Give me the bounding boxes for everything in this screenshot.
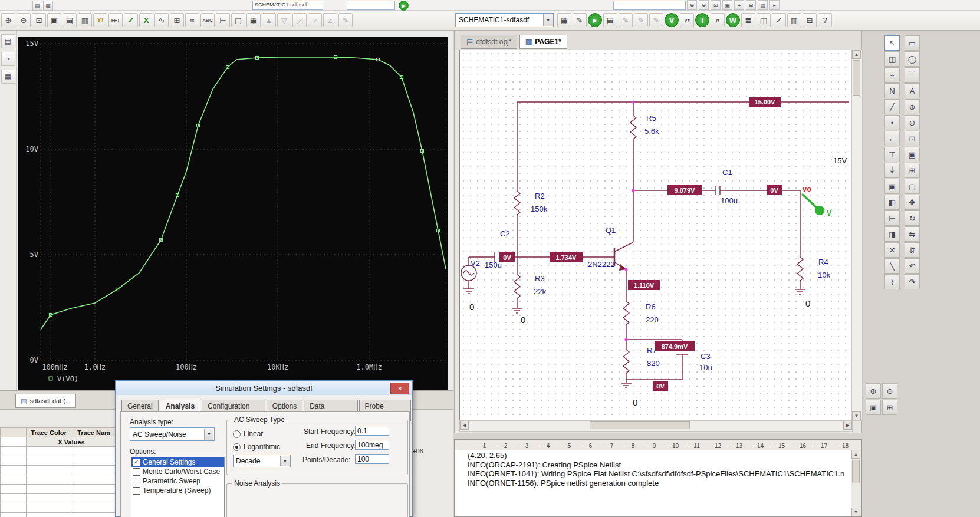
place-no-connect-icon[interactable]: ✕ [884,242,900,258]
zoom-combo-field[interactable] [613,1,686,10]
table-row[interactable] [1,447,117,456]
log-scroll-thumb[interactable] [852,460,860,483]
new-simulation-profile-icon[interactable]: ▦ [557,13,571,27]
log-scroll-down-icon[interactable]: ▼ [851,508,860,516]
scroll-left-icon[interactable]: ◀ [460,421,469,430]
schematic-zoom-in-icon[interactable]: ⊕ [866,383,881,399]
place-part-icon[interactable]: ◫ [884,51,900,67]
cursor-min-icon[interactable]: ▿ [308,13,322,27]
place-arc-icon[interactable]: ⌒ [905,67,920,83]
c2-value-label[interactable]: 150u [485,261,502,269]
c2-ref-label[interactable]: C2 [500,229,510,238]
ground-symbol-v2[interactable] [463,289,474,294]
tab-project[interactable]: ▤ dfdfsdf.opj* [461,35,517,49]
bias-label-base[interactable]: 1.734V [550,252,583,262]
place-ellipse-icon[interactable]: ◯ [905,51,920,67]
place-port-icon[interactable]: ◧ [884,195,900,210]
edit-simulation-settings-icon[interactable]: ✎ [573,13,587,27]
log-scroll-up-icon[interactable]: ▲ [851,450,860,459]
dialog-title-bar[interactable]: Simulation Settings - sdfasdf [116,381,412,395]
log-x-axis-icon[interactable]: ▤ [63,13,77,27]
scroll-up-icon[interactable]: ▲ [852,50,861,59]
cursor-slope-icon[interactable]: ◿ [292,13,307,27]
bias-power-toggle-icon[interactable]: W [726,13,740,27]
zoom-in-tool-icon[interactable]: ⊕ [905,99,920,114]
gnd-0-label-v2[interactable]: 0 [469,302,474,312]
q1-ref-label[interactable]: Q1 [606,226,616,235]
voltage-probe-marker[interactable]: V [802,194,831,218]
row0-dark-circle-icon[interactable]: ◕ [734,0,744,10]
linear-radio[interactable]: Linear [233,430,263,438]
analysis-option-item[interactable]: General Settings [131,457,224,467]
run-pspice-icon[interactable]: ▶ [588,13,602,27]
resistor-R4[interactable] [797,255,803,282]
supply-net-label[interactable]: 15V [833,156,847,165]
export-to-excel-icon[interactable]: X [139,13,153,27]
row0-zoom-in-icon[interactable]: ⊕ [687,0,697,10]
checkbox-icon[interactable] [133,487,140,495]
resistor-R3[interactable] [514,273,520,300]
schematic-snap-icon[interactable]: ⊞ [882,400,897,415]
place-ground-icon[interactable]: ⏚ [884,163,900,178]
resistor-R6[interactable] [623,299,629,327]
place-junction-icon[interactable]: • [884,115,900,130]
vscroll-thumb[interactable] [853,60,860,96]
c3-ref-label[interactable]: C3 [701,352,711,361]
bias-label-out-right[interactable]: 0V [767,185,782,195]
add-trace-icon[interactable]: ∿ [154,13,169,27]
analysis-option-item[interactable]: Temperature (Sweep) [131,486,224,495]
axis-settings-icon[interactable]: ⊢ [216,13,230,27]
resistor-R5[interactable] [630,114,636,141]
zoom-out-tool-icon[interactable]: ⊖ [905,115,920,130]
q1-value-label[interactable]: 2N2222 [588,260,615,269]
tab-sdfasdf-dat[interactable]: ▤ sdfasdf.dat (... [15,394,76,408]
bias-voltage-toggle-icon[interactable]: V [665,13,679,27]
place-bus-entry-icon[interactable]: ⌐ [884,131,900,146]
bias-current-selected-icon[interactable]: I▾ [711,13,725,27]
radio-icon[interactable] [233,430,241,438]
netlist-icon[interactable]: ≣ [741,13,755,27]
snap-to-grid-icon[interactable]: ⊞ [905,163,920,178]
end-frequency-input[interactable] [355,440,389,450]
row0-forward-icon[interactable]: ▸ [769,0,780,10]
mirror-horizontal-icon[interactable]: ⇋ [905,226,920,242]
c1-ref-label[interactable]: C1 [722,168,732,177]
design-rules-check-icon[interactable]: ✓ [772,13,786,27]
session-log-text[interactable]: (4.20, 2.65)INFO(ORCAP-2191): Creating P… [455,450,851,516]
canvas-hscrollbar[interactable]: ◀ ▶ [459,420,853,432]
place-line-icon[interactable]: ╲ [884,258,900,274]
analysis-options-list[interactable]: General Settings Monte Carlo/Worst Case … [131,457,225,517]
place-wire-icon[interactable]: ⌁ [884,67,900,83]
log-y-axis-icon[interactable]: ▥ [78,13,92,27]
row0-zoom-area-icon[interactable]: ⊡ [711,0,721,10]
ground-symbol-r4[interactable] [795,289,805,294]
cursor-max-icon[interactable]: ▵ [323,13,337,27]
place-rectangle-icon[interactable]: ▭ [905,35,920,51]
r5-value-label[interactable]: 5.6k [644,127,659,136]
hscroll-thumb[interactable] [590,421,690,429]
gnd-0-label-r4[interactable]: 0 [805,298,810,308]
schematic-zoom-out-icon[interactable]: ⊖ [882,383,897,399]
close-icon[interactable]: ✕ [390,383,409,394]
r3-value-label[interactable]: 22k [534,287,546,296]
rotate-tool-icon[interactable]: ↻ [905,210,920,226]
table-row[interactable] [1,466,117,475]
select-tool-icon[interactable]: ↖ [884,35,900,51]
part-manager-icon[interactable]: ◫ [757,13,771,27]
help-icon[interactable]: ? [818,13,832,27]
text-label-icon[interactable]: ABC [200,13,215,27]
r6-ref-label[interactable]: R6 [646,302,656,311]
add-plot-icon[interactable]: ⊞ [170,13,184,27]
redo-icon[interactable]: ↷ [905,274,920,289]
cursor-trough-icon[interactable]: ▽ [277,13,291,27]
gnd-0-label-r3[interactable]: 0 [521,315,525,325]
r2-value-label[interactable]: 150k [531,205,548,213]
probe-plot-area[interactable]: 15V 10V 5V 0V 100mHz 1.0Hz 100Hz 10KHz 1… [18,37,448,390]
zoom-region-tool-icon[interactable]: ⊡ [905,131,920,146]
move-tool-icon[interactable]: ✥ [905,195,920,210]
place-bus-icon[interactable]: ╱ [884,99,900,114]
row0-list-icon[interactable]: ▤ [758,0,768,10]
logarithmic-radio[interactable]: Logarithmic [233,443,280,451]
checkbox-icon[interactable] [133,459,140,466]
secondary-field[interactable] [347,1,395,10]
